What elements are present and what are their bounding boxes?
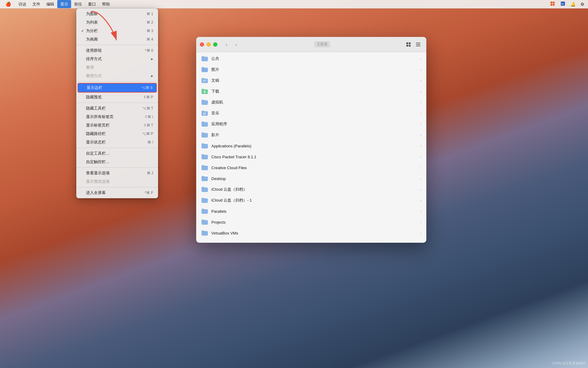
list-item[interactable]: 应用程序 ›	[196, 119, 426, 130]
bell-icon[interactable]: 🔔	[569, 1, 577, 7]
svg-rect-12	[416, 44, 420, 45]
svg-rect-3	[553, 4, 555, 6]
file-name-music: 音乐	[211, 110, 419, 116]
shortcut-view-options: ⌘ J	[147, 171, 153, 175]
chevron-icloud1: ›	[420, 188, 421, 191]
chevron-vbox: ›	[420, 231, 421, 235]
list-item[interactable]: iCloud 云盘（归档） ›	[196, 184, 426, 195]
nav-forward-button[interactable]: ›	[232, 41, 240, 48]
window-minimize-button[interactable]	[206, 42, 211, 47]
list-item[interactable]: iCloud 云盘（归档）- 1 ›	[196, 195, 426, 206]
menu-as-gallery[interactable]: 为画廊 ⌘ 4	[76, 35, 158, 44]
finder-address-bar: 王富贵	[243, 41, 401, 48]
chevron-docs: ›	[420, 79, 421, 82]
list-item[interactable]: Desktop ›	[196, 173, 426, 184]
window-maximize-button[interactable]	[213, 42, 217, 47]
folder-icon-icloud1	[201, 186, 208, 192]
menu-preview-options: 显示预览选项	[76, 177, 158, 186]
menu-show-all-tabs[interactable]: 显示所有标签页 ⇧⌘ \	[76, 113, 158, 121]
menu-as-gallery-label: 为画廊	[86, 37, 147, 42]
menu-hide-preview[interactable]: 隐藏预览 ⇧⌘ P	[76, 93, 158, 101]
menu-customize-touchbar[interactable]: 自定触控栏…	[76, 158, 158, 166]
list-item[interactable]: 公共 ›	[196, 53, 426, 64]
shortcut-as-columns: ⌘ 3	[147, 29, 153, 33]
word-icon[interactable]: W	[559, 0, 567, 8]
nav-back-button[interactable]: ‹	[222, 41, 231, 48]
menubar-help[interactable]: 帮助	[99, 0, 113, 8]
chevron-vm: ›	[420, 100, 421, 104]
menubar-view[interactable]: 显示	[57, 0, 71, 8]
list-item[interactable]: 图片 ›	[196, 64, 426, 75]
folder-icon-public	[201, 56, 208, 62]
view-dropdown-menu: 为图标 ⌘ 1 为列表 ⌘ 2 ✓ 为分栏 ⌘ 3 为画廊 ⌘ 4 使用群组 ^…	[76, 8, 158, 198]
menu-as-list[interactable]: 为列表 ⌘ 2	[76, 18, 158, 27]
menu-view-options[interactable]: 查看显示选项 ⌘ J	[76, 169, 158, 177]
folder-icon-docs	[201, 77, 208, 84]
shortcut-enter-fullscreen: ^⌘ F	[145, 191, 153, 195]
menu-sort-by[interactable]: 排序方式	[76, 55, 158, 63]
chevron-cc: ›	[420, 166, 421, 169]
chevron-music: ›	[420, 111, 421, 115]
menu-hide-path-bar[interactable]: 隐藏路径栏 ⌥⌘ P	[76, 130, 158, 138]
menubar-window[interactable]: 窗口	[85, 0, 99, 8]
folder-icon-icloud2	[201, 197, 208, 203]
file-name-public: 公共	[211, 56, 419, 61]
current-location: 王富贵	[314, 41, 330, 48]
cc-icon[interactable]	[549, 0, 557, 8]
menu-enter-fullscreen[interactable]: 进入全屏幕 ^⌘ F	[76, 189, 158, 197]
menu-view-options-label: 查看显示选项	[86, 170, 147, 176]
menu-show-all-tabs-label: 显示所有标签页	[86, 114, 144, 120]
list-item[interactable]: Cisco Packet Tracer 8.1.1 ›	[196, 151, 426, 162]
file-name-cisco: Cisco Packet Tracer 8.1.1	[211, 155, 419, 159]
shortcut-show-status-bar: ⌘ /	[147, 140, 153, 144]
menubar-finder[interactable]: 访达	[15, 0, 29, 8]
file-name-parallels2: Parallels	[211, 209, 419, 214]
list-item[interactable]: Projects ›	[196, 217, 426, 228]
file-name-cc: Creative Cloud Files	[211, 166, 419, 170]
list-item[interactable]: 下载 ›	[196, 86, 426, 97]
menu-as-icons[interactable]: 为图标 ⌘ 1	[76, 10, 158, 18]
chevron-parallels-apps: ›	[420, 144, 421, 148]
checkmark-as-columns: ✓	[81, 29, 86, 33]
list-item[interactable]: Applications (Parallels) ›	[196, 140, 426, 151]
file-name-docs: 文稿	[211, 78, 419, 83]
menu-show-tab-bar[interactable]: 显示标签页栏 ⇧⌘ T	[76, 121, 158, 130]
system-icon[interactable]: ⚙	[579, 1, 586, 7]
menu-customize-toolbar[interactable]: 自定工具栏…	[76, 149, 158, 158]
list-item[interactable]: Creative Cloud Files ›	[196, 162, 426, 173]
finder-content: 公共 › 图片 ›	[196, 52, 426, 243]
list-item[interactable]: Parallels ›	[196, 206, 426, 217]
view-icon-btn[interactable]	[404, 41, 413, 48]
svg-rect-16	[203, 81, 206, 81]
file-name-icloud1: iCloud 云盘（归档）	[211, 187, 419, 192]
folder-icon-cc	[201, 165, 208, 171]
view-list-btn[interactable]	[414, 41, 423, 48]
menu-as-columns[interactable]: ✓ 为分栏 ⌘ 3	[76, 27, 158, 35]
folder-icon-parallels2	[201, 208, 208, 214]
file-name-projects: Projects	[211, 220, 419, 225]
apple-menu[interactable]: 🍎	[2, 0, 14, 8]
list-item[interactable]: VirtualBox VMs ›	[196, 228, 426, 238]
list-item[interactable]: 虚拟机 ›	[196, 97, 426, 108]
list-item[interactable]: 影片 ›	[196, 130, 426, 140]
menubar-right-area: W 🔔 ⚙	[549, 0, 586, 8]
window-close-button[interactable]	[200, 42, 204, 47]
shortcut-hide-toolbar: ⌥⌘ T	[142, 106, 153, 110]
menu-show-sidebar[interactable]: 显示边栏 ⌥⌘ S	[78, 83, 157, 93]
finder-file-list[interactable]: 公共 › 图片 ›	[196, 52, 426, 243]
menubar-go[interactable]: 前往	[71, 0, 85, 8]
file-name-movies: 影片	[211, 132, 419, 138]
menu-use-groups[interactable]: 使用群组 ^⌘ 0	[76, 46, 158, 55]
menubar-edit[interactable]: 编辑	[43, 0, 57, 8]
folder-icon-projects	[201, 219, 208, 225]
shortcut-use-groups: ^⌘ 0	[145, 48, 153, 53]
menu-hide-toolbar[interactable]: 隐藏工具栏 ⌥⌘ T	[76, 104, 158, 113]
shortcut-as-gallery: ⌘ 4	[147, 37, 153, 41]
menu-hide-toolbar-label: 隐藏工具栏	[86, 106, 142, 111]
menubar-file[interactable]: 文件	[29, 0, 43, 8]
menu-show-status-bar[interactable]: 显示状态栏 ⌘ /	[76, 138, 158, 146]
list-item[interactable]: 文稿 ›	[196, 75, 426, 86]
list-item[interactable]: 音乐 ›	[196, 108, 426, 119]
finder-view-buttons	[404, 41, 423, 48]
separator-6	[76, 187, 158, 187]
